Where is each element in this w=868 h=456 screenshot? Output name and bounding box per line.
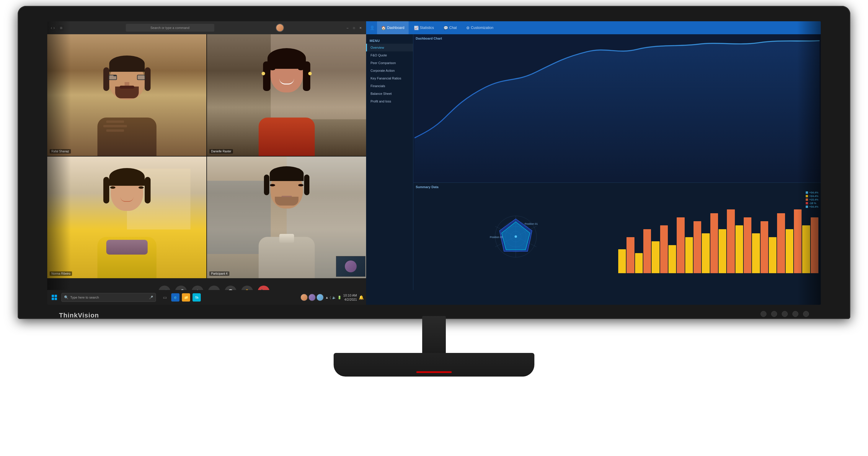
tab-customization-label: Customization [471,26,493,30]
name-tag-2: Danielle Raxter [209,149,233,154]
video-cell-2: Danielle Raxter [207,34,366,156]
tab-dashboard[interactable]: 🏠 Dashboard [377,21,409,34]
user-avatar[interactable] [276,24,284,32]
small-bar-7 [677,217,684,273]
legend-items: +34.4% +24.4% +15.4% [806,191,818,208]
dashboard-icon: 🏠 [381,26,386,30]
monitor-btn-2[interactable] [771,311,777,317]
legend-value-2: +24.4% [809,194,818,197]
screen: ‹ › ⊞ Search or type a command – □ ✕ [47,21,821,305]
dashboard-header: 👤 🏠 Dashboard 📈 Statistics 💬 Chat ⚙ [366,21,821,34]
clock-date: 4/2/2021 [343,297,357,302]
small-bar-15 [744,217,751,273]
name-tag-4: Participant 4 [209,271,229,276]
folder-icon: 📁 [184,295,188,300]
bar-chart [416,42,818,178]
network-icon: 〈 [330,296,331,300]
taskbar-apps: ▭ e 📁 🛍 [161,293,201,302]
window-controls: – □ ✕ [345,26,363,30]
mini-avatar-2 [309,294,316,301]
battery-icon: 🔋 [337,296,342,300]
small-bar-1 [626,237,634,273]
legend-dot-1 [806,191,808,194]
menu-item-financials[interactable]: Financials [366,82,413,90]
maximize-button[interactable]: □ [352,26,356,30]
chart-section-title: Dashboard Chart [416,37,818,40]
search-bar[interactable]: Search or type a command [126,24,214,32]
video-grid: Rafal Shanaz [47,34,366,278]
tab-chat[interactable]: 💬 Chat [439,21,461,34]
legend-item-3: +15.4% [806,198,818,201]
menu-item-corporate-action[interactable]: Corporate Action [366,67,413,74]
back-arrow[interactable]: ‹ [51,25,52,30]
taskbar-search[interactable]: 🔍 Type here to search 🎤 [61,293,156,302]
small-bar-17 [761,221,768,273]
tab-dashboard-label: Dashboard [387,26,404,30]
speaker-icon: 🔈 [332,296,336,300]
small-bar-4 [652,241,659,273]
radar-chart: Position 05 Position 01 [416,190,616,283]
monitor-btn-5[interactable] [803,311,809,317]
radar-svg: Position 05 Position 01 [486,213,545,260]
gear-icon: ⚙ [466,26,470,30]
menu-heading: Menu [366,37,413,44]
small-bar-21 [794,209,802,273]
mini-avatar-3 [316,294,323,301]
tab-statistics[interactable]: 📈 Statistics [410,21,438,34]
small-bar-6 [669,245,676,273]
dashboard-main: Dashboard Chart [413,34,821,290]
user-icon: 👤 [370,25,375,30]
chart-section: Dashboard Chart [413,34,821,183]
small-bar-23 [811,217,818,273]
notification-button[interactable]: 🔔 [359,295,364,300]
monitor-btn-3[interactable] [782,311,788,317]
dashboard-menu: Menu Overview F&O Quote Peer Comparison … [366,34,413,290]
system-clock: 10:10 AM 4/2/2021 [343,293,357,302]
dashboard-body: Menu Overview F&O Quote Peer Comparison … [366,34,821,290]
small-bar-20 [786,229,793,273]
start-button[interactable] [50,293,59,302]
store-icon[interactable]: 🛍 [192,293,201,302]
legend-dot-3 [806,199,808,201]
avatar-row [301,294,323,301]
legend-item-5: +34.4% [806,205,818,208]
minimize-button[interactable]: – [345,26,349,30]
legend-dot-2 [806,195,808,197]
teams-panel: ‹ › ⊞ Search or type a command – □ ✕ [47,21,366,305]
small-bar-12 [719,229,726,273]
video-cell-3: Norma Ribeiro [47,156,206,278]
summary-title: Summary Data [416,185,616,189]
forward-arrow[interactable]: › [54,25,55,30]
monitor-btn-1[interactable] [761,311,767,317]
small-bar-chart [618,192,818,274]
small-bar-14 [736,225,743,273]
edge-icon[interactable]: e [171,293,180,302]
small-bar-9 [693,221,701,273]
menu-item-overview[interactable]: Overview [366,44,413,51]
svg-point-9 [515,235,517,238]
summary-left: Summary Data [416,185,616,288]
legend-dot-4 [806,202,808,204]
legend-item-1: +34.4% [806,191,818,194]
menu-item-profit-loss[interactable]: Profit and loss [366,97,413,105]
file-explorer-icon[interactable]: 📁 [182,293,190,302]
small-bar-18 [769,237,776,273]
menu-item-fo-quote[interactable]: F&O Quote [366,51,413,59]
close-button[interactable]: ✕ [359,26,363,30]
menu-item-balance-sheet[interactable]: Balance Sheet [366,90,413,97]
small-bar-0 [618,249,626,273]
tab-customization[interactable]: ⚙ Customization [462,21,497,34]
legend-dot-5 [806,206,808,208]
small-bar-22 [802,225,810,273]
task-view-button[interactable]: ▭ [161,293,169,302]
task-view-icon: ▭ [163,295,167,300]
monitor-controls [761,311,809,317]
taskbar: 🔍 Type here to search 🎤 ▭ e 📁 🛍 [47,290,366,305]
menu-item-key-financial-ratios[interactable]: Key Fanancial Ratios [366,74,413,82]
monitor-wrapper: ‹ › ⊞ Search or type a command – □ ✕ [0,0,868,456]
menu-item-peer-comparison[interactable]: Peer Comparison [366,59,413,67]
monitor-btn-4[interactable] [793,311,798,317]
shopping-bag-icon: 🛍 [195,295,198,300]
monitor-bezel: ‹ › ⊞ Search or type a command – □ ✕ [18,6,850,319]
summary-right: +34.4% +24.4% +15.4% [618,185,818,288]
